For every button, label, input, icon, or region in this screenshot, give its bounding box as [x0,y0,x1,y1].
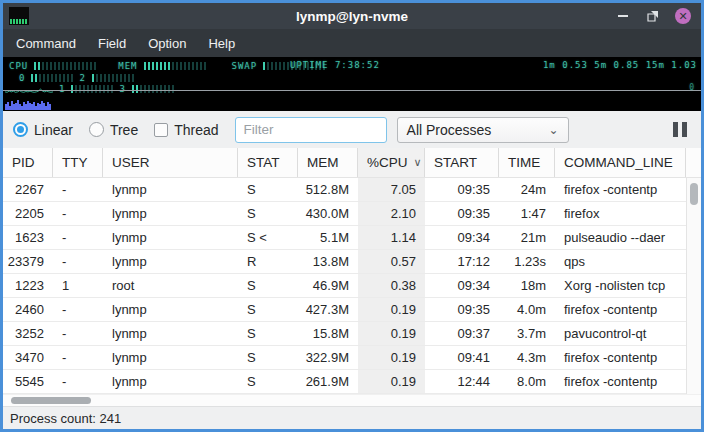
column-header-mem[interactable]: MEM [298,148,358,177]
cell-user: lynmp [103,178,238,201]
restore-icon [647,10,659,22]
cell-cpu: 0.19 [358,346,425,369]
window-controls: ✕ [615,8,701,24]
horizontal-scrollbar-thumb[interactable] [11,397,91,404]
cell-pid: 2460 [3,298,53,321]
cell-start: 09:41 [425,346,499,369]
pause-button[interactable] [673,122,691,137]
cell-start: 09:35 [425,178,499,201]
cell-pid: 23379 [3,250,53,273]
cell-commandline: firefox [555,202,686,225]
cell-mem: 430.0M [298,202,358,225]
linear-radio[interactable] [13,122,28,137]
core3-label: 3 [119,84,125,94]
column-header-pid[interactable]: PID [3,148,53,177]
cell-user: lynmp [103,226,238,249]
menu-item-help[interactable]: Help [199,32,244,55]
toolbar: Linear Tree Thread All Processes ⌄ [3,111,701,148]
cell-time: 24m [499,178,555,201]
menubar: CommandFieldOptionHelp [3,29,701,57]
cell-mem: 427.3M [298,298,358,321]
process-table: PIDTTYUSERSTATMEM%CPU∨STARTTIMECOMMAND_L… [3,148,701,406]
menu-item-field[interactable]: Field [89,32,135,55]
cell-tty: - [53,178,103,201]
system-monitor-panel: CPU MEM SWAP 0 2 1 3 UPTIME 7:38:52 1m 0… [3,57,701,111]
table-rows: 2267-lynmpS512.8M7.0509:3524mfirefox -co… [3,178,686,394]
core2-label: 2 [79,73,85,83]
table-row[interactable]: 2205-lynmpS430.0M2.1009:351:47firefox [3,202,686,226]
cell-mem: 15.8M [298,322,358,345]
table-row[interactable]: 2267-lynmpS512.8M7.0509:3524mfirefox -co… [3,178,686,202]
cell-cpu: 1.14 [358,226,425,249]
cell-user: lynmp [103,346,238,369]
cell-user: lynmp [103,250,238,273]
process-filter-select[interactable]: All Processes ⌄ [397,117,569,143]
window-title: lynmp@lyn-nvme [3,9,701,24]
cell-stat: S [238,370,298,393]
tree-radio-label: Tree [110,122,138,138]
restore-button[interactable] [645,8,661,24]
cell-pid: 2205 [3,202,53,225]
column-header-start[interactable]: START [425,148,499,177]
cell-pid: 1223 [3,274,53,297]
cell-user: lynmp [103,202,238,225]
table-row[interactable]: 3470-lynmpS322.9M0.1909:414.3mfirefox -c… [3,346,686,370]
process-filter-value: All Processes [407,122,492,138]
cell-start: 09:34 [425,274,499,297]
table-row[interactable]: 5545-lynmpS261.9M0.1912:448.0mfirefox -c… [3,370,686,394]
cell-tty: - [53,370,103,393]
cell-pid: 3252 [3,322,53,345]
cell-start: 17:12 [425,250,499,273]
cell-commandline: pulseaudio --daer [555,226,686,249]
cell-cpu: 0.19 [358,370,425,393]
cell-stat: S [238,274,298,297]
cell-mem: 261.9M [298,370,358,393]
vertical-scrollbar-thumb[interactable] [690,183,698,205]
column-header-commandline[interactable]: COMMAND_LINE [555,148,686,177]
cell-tty: - [53,298,103,321]
cell-commandline: firefox -contentp [555,370,686,393]
process-count: Process count: 241 [10,411,121,426]
menu-item-option[interactable]: Option [139,32,195,55]
swap-label: SWAP [232,61,258,71]
cell-commandline: qps [555,250,686,273]
column-header-stat[interactable]: STAT [238,148,298,177]
load-average-display: 1m 0.53 5m 0.85 15m 1.03 [543,60,697,70]
close-icon: ✕ [675,8,691,24]
cpu-label: CPU [9,61,28,71]
cell-stat: S [238,346,298,369]
titlebar: lynmp@lyn-nvme ✕ [3,3,701,29]
cell-mem: 512.8M [298,178,358,201]
cell-user: lynmp [103,322,238,345]
table-row[interactable]: 1623-lynmpS <5.1M1.1409:3421mpulseaudio … [3,226,686,250]
cell-mem: 46.9M [298,274,358,297]
thread-checkbox[interactable] [154,123,168,137]
horizontal-scrollbar[interactable] [3,394,701,406]
statusbar: Process count: 241 [3,406,701,429]
cell-cpu: 0.19 [358,322,425,345]
pause-icon [673,122,678,137]
cell-user: lynmp [103,298,238,321]
menu-item-command[interactable]: Command [7,32,85,55]
table-row[interactable]: 3252-lynmpS15.8M0.1909:373.7mpavucontrol… [3,322,686,346]
tree-radio[interactable] [89,122,104,137]
column-header-user[interactable]: USER [103,148,238,177]
table-row[interactable]: 12231rootS46.9M0.3809:3418mXorg -noliste… [3,274,686,298]
cell-tty: - [53,226,103,249]
vertical-scrollbar[interactable] [686,178,701,394]
filter-input[interactable] [235,117,387,143]
table-row[interactable]: 23379-lynmpR13.8M0.5717:121.23sqps [3,250,686,274]
cell-time: 1:47 [499,202,555,225]
column-header-tty[interactable]: TTY [53,148,103,177]
column-header-time[interactable]: TIME [499,148,555,177]
minimize-button[interactable] [615,8,631,24]
cell-cpu: 0.19 [358,298,425,321]
column-header-cpu[interactable]: %CPU∨ [358,148,425,177]
monitor-divider [3,90,701,91]
cell-mem: 13.8M [298,250,358,273]
table-row[interactable]: 2460-lynmpS427.3M0.1909:354.0mfirefox -c… [3,298,686,322]
close-button[interactable]: ✕ [675,8,691,24]
core3-meter [132,85,174,93]
cell-start: 09:34 [425,226,499,249]
cell-start: 09:37 [425,322,499,345]
